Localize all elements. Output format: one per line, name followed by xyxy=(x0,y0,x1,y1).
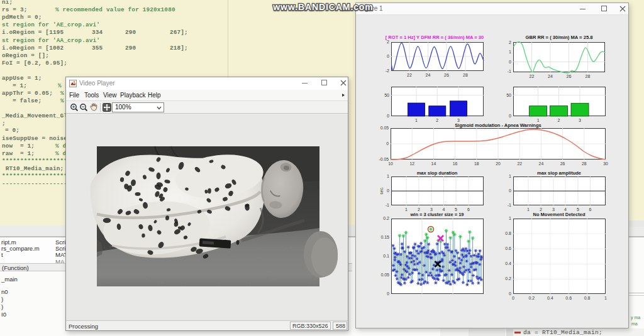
svg-text:www.BANDICAM.com: www.BANDICAM.com xyxy=(272,2,373,12)
